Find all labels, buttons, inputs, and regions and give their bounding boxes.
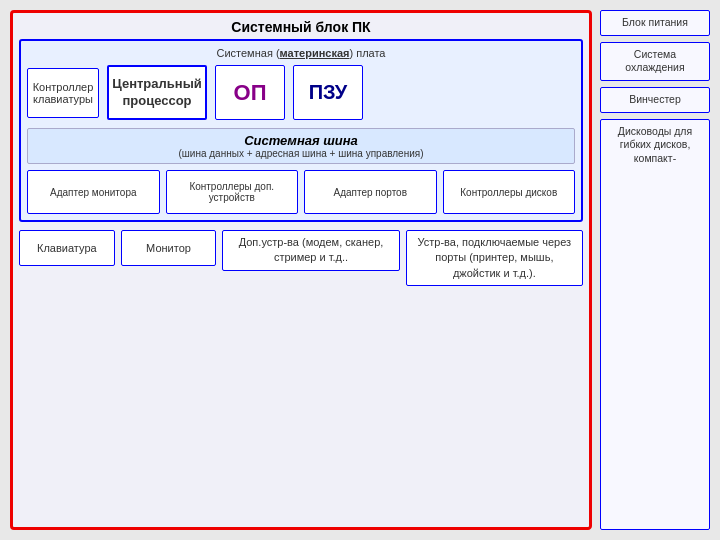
controllers-dop-box: Контроллеры доп. устройств <box>166 170 299 214</box>
system-block-title: Системный блок ПК <box>19 19 583 35</box>
dop-devices-box: Доп.устр-ва (модем, сканер, стример и т.… <box>222 230 399 271</box>
sysbus-subtitle: (шина данных + адресная шина + шина упра… <box>36 148 566 159</box>
op-box: ОП <box>215 65 285 120</box>
devices-row: Клавиатура Монитор Доп.устр-ва (модем, с… <box>19 230 583 286</box>
adapter-monitor-box: Адаптер монитора <box>27 170 160 214</box>
drives-box: Дисководы для гибких дисков, компакт- <box>600 119 710 530</box>
adapters-row: Адаптер монитора Контроллеры доп. устрой… <box>27 170 575 214</box>
right-sidebar: Блок питания Система охлаждения Винчесте… <box>600 10 710 530</box>
cpu-box: Центральный процессор <box>107 65 207 120</box>
adapter-ports-box: Адаптер портов <box>304 170 437 214</box>
sysbus-title: Системная шина <box>36 133 566 148</box>
controllers-disk-box: Контроллеры дисков <box>443 170 576 214</box>
cooling-box: Система охлаждения <box>600 42 710 81</box>
main-container: Системный блок ПК Системная (материнская… <box>10 10 710 530</box>
keyboard-box: Клавиатура <box>19 230 115 266</box>
motherboard-title: Системная (материнская) плата <box>27 47 575 59</box>
monitor-box: Монитор <box>121 230 217 266</box>
motherboard: Системная (материнская) плата Контроллер… <box>19 39 583 222</box>
system-bus: Системная шина (шина данных + адресная ш… <box>27 128 575 164</box>
pzu-box: ПЗУ <box>293 65 363 120</box>
top-row: Контроллер клавиатуры Центральный процес… <box>27 65 575 120</box>
power-supply-box: Блок питания <box>600 10 710 36</box>
controller-keyboard-box: Контроллер клавиатуры <box>27 68 99 118</box>
winchester-box: Винчестер <box>600 87 710 113</box>
system-block: Системный блок ПК Системная (материнская… <box>10 10 592 530</box>
external-devices-box: Устр-ва, подключаемые через порты (принт… <box>406 230 583 286</box>
